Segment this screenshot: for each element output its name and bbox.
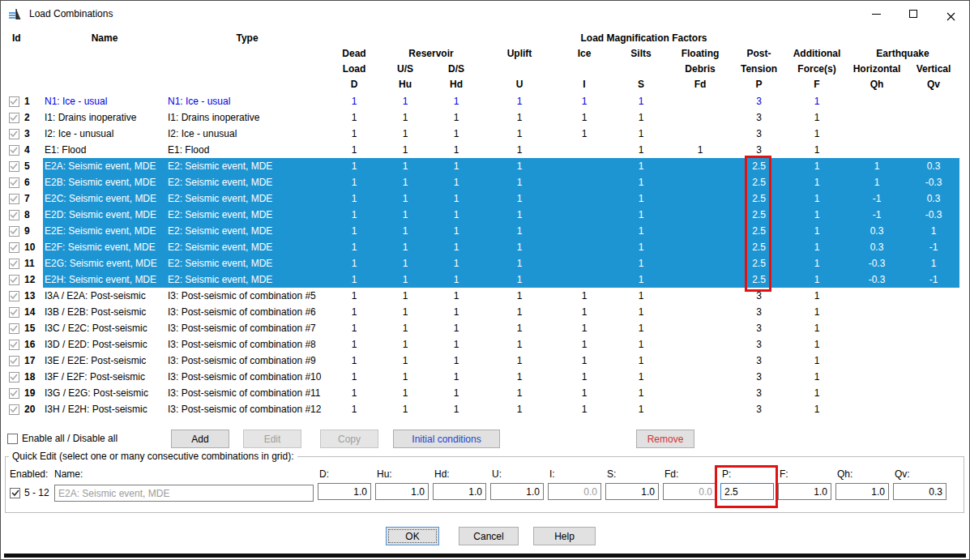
row-name[interactable]: I2: Ice - unusual — [43, 126, 166, 142]
row-name[interactable]: E2C: Seismic event, MDE — [43, 190, 166, 207]
row-cell-p[interactable]: 2.5 — [730, 190, 788, 207]
row-cell-f[interactable]: 1 — [788, 93, 846, 109]
row-cell-s[interactable]: 1 — [612, 271, 670, 288]
row-cell-hd[interactable]: 1 — [430, 385, 482, 401]
row-checkbox[interactable] — [6, 223, 22, 239]
row-cell-p[interactable]: 2.5 — [730, 223, 788, 239]
row-cell-u[interactable]: 1 — [482, 158, 557, 174]
row-cell-hd[interactable]: 1 — [430, 320, 482, 336]
row-cell-qv[interactable] — [908, 126, 959, 142]
table-row[interactable]: 18I3F / E2F: Post-seismicI3: Post-seismi… — [6, 369, 959, 385]
row-cell-hd[interactable]: 1 — [430, 353, 482, 369]
row-cell-u[interactable]: 1 — [482, 401, 557, 417]
row-cell-p[interactable]: 3 — [730, 288, 788, 304]
row-cell-hu[interactable]: 1 — [380, 126, 430, 142]
table-row[interactable]: 15I3C / E2C: Post-seismicI3: Post-seismi… — [6, 320, 959, 336]
field-input[interactable] — [318, 483, 371, 500]
row-cell-p[interactable]: 3 — [730, 336, 788, 353]
row-cell-i[interactable]: 1 — [557, 369, 612, 385]
row-cell-qv[interactable] — [908, 353, 959, 369]
row-cell-qh[interactable] — [846, 353, 908, 369]
row-cell-s[interactable]: 1 — [612, 353, 670, 369]
row-cell-d[interactable]: 1 — [328, 369, 380, 385]
row-type[interactable]: E2: Seismic event, MDE — [166, 207, 328, 223]
field-input[interactable] — [490, 483, 544, 500]
row-cell-qh[interactable] — [846, 304, 908, 320]
row-cell-hu[interactable]: 1 — [380, 336, 430, 353]
row-cell-qh[interactable]: -1 — [846, 190, 908, 207]
row-type[interactable]: E2: Seismic event, MDE — [166, 190, 328, 207]
row-checkbox[interactable] — [6, 288, 22, 304]
cancel-button[interactable]: Cancel — [459, 527, 519, 545]
row-cell-qv[interactable]: 0.3 — [908, 190, 959, 207]
row-cell-qv[interactable]: -0.3 — [908, 174, 959, 190]
row-cell-hu[interactable]: 1 — [380, 271, 430, 288]
row-cell-s[interactable]: 1 — [612, 190, 670, 207]
row-type[interactable]: I3: Post-seismic of combination #8 — [166, 336, 328, 353]
help-button[interactable]: Help — [533, 527, 596, 545]
row-cell-hu[interactable]: 1 — [380, 109, 430, 126]
row-cell-d[interactable]: 1 — [328, 401, 380, 417]
row-checkbox[interactable] — [6, 369, 22, 385]
row-cell-i[interactable]: 1 — [557, 353, 612, 369]
enable-all-checkbox[interactable]: Enable all / Disable all — [7, 433, 118, 444]
row-cell-f[interactable]: 1 — [788, 158, 846, 174]
row-cell-s[interactable]: 1 — [612, 207, 670, 223]
row-checkbox[interactable] — [6, 174, 22, 190]
row-cell-qh[interactable]: 1 — [846, 158, 908, 174]
row-name[interactable]: E2D: Seismic event, MDE — [43, 207, 166, 223]
row-cell-d[interactable]: 1 — [328, 174, 380, 190]
row-type[interactable]: E2: Seismic event, MDE — [166, 158, 328, 174]
row-checkbox[interactable] — [6, 158, 22, 174]
row-type[interactable]: I1: Drains inoperative — [166, 109, 328, 126]
row-name[interactable]: E2H: Seismic event, MDE — [43, 271, 166, 288]
row-checkbox[interactable] — [6, 239, 22, 255]
table-row[interactable]: 7E2C: Seismic event, MDEE2: Seismic even… — [6, 190, 959, 207]
row-cell-d[interactable]: 1 — [328, 93, 380, 109]
row-cell-qv[interactable] — [908, 93, 959, 109]
row-type[interactable]: I3: Post-seismic of combination #10 — [166, 369, 328, 385]
table-row[interactable]: 16I3D / E2D: Post-seismicI3: Post-seismi… — [6, 336, 959, 353]
row-cell-s[interactable]: 1 — [612, 336, 670, 353]
row-cell-d[interactable]: 1 — [328, 304, 380, 320]
row-cell-hu[interactable]: 1 — [380, 320, 430, 336]
row-cell-s[interactable]: 1 — [612, 385, 670, 401]
row-cell-hd[interactable]: 1 — [430, 223, 482, 239]
row-cell-fd[interactable] — [670, 336, 730, 353]
row-cell-fd[interactable] — [670, 255, 730, 271]
row-cell-hu[interactable]: 1 — [380, 288, 430, 304]
row-cell-f[interactable]: 1 — [788, 336, 846, 353]
table-row[interactable]: 5E2A: Seismic event, MDEE2: Seismic even… — [6, 158, 959, 174]
row-cell-hd[interactable]: 1 — [430, 207, 482, 223]
row-checkbox[interactable] — [6, 126, 22, 142]
table-row[interactable]: 19I3G / E2G: Post-seismicI3: Post-seismi… — [6, 385, 959, 401]
row-cell-hd[interactable]: 1 — [430, 336, 482, 353]
row-cell-i[interactable] — [557, 239, 612, 255]
row-cell-hu[interactable]: 1 — [380, 223, 430, 239]
minimize-button[interactable] — [857, 1, 895, 27]
row-cell-u[interactable]: 1 — [482, 353, 557, 369]
row-checkbox[interactable] — [6, 207, 22, 223]
row-cell-hd[interactable]: 1 — [430, 174, 482, 190]
row-cell-d[interactable]: 1 — [328, 109, 380, 126]
row-cell-qv[interactable] — [908, 401, 959, 417]
row-cell-qv[interactable] — [908, 369, 959, 385]
row-checkbox[interactable] — [6, 401, 22, 417]
row-cell-i[interactable]: 1 — [557, 336, 612, 353]
row-cell-p[interactable]: 3 — [730, 320, 788, 336]
row-cell-u[interactable]: 1 — [482, 126, 557, 142]
row-cell-hd[interactable]: 1 — [430, 255, 482, 271]
row-cell-hu[interactable]: 1 — [380, 239, 430, 255]
row-checkbox[interactable] — [6, 142, 22, 158]
row-name[interactable]: I3A / E2A: Post-seismic — [43, 288, 166, 304]
field-input[interactable] — [433, 483, 486, 500]
table-row[interactable]: 8E2D: Seismic event, MDEE2: Seismic even… — [6, 207, 959, 223]
row-cell-qh[interactable] — [846, 288, 908, 304]
table-row[interactable]: 20I3H / E2H: Post-seismicI3: Post-seismi… — [6, 401, 959, 417]
row-name[interactable]: E2E: Seismic event, MDE — [43, 223, 166, 239]
row-cell-fd[interactable] — [670, 109, 730, 126]
row-type[interactable]: I3: Post-seismic of combination #9 — [166, 353, 328, 369]
row-cell-qh[interactable]: 0.3 — [846, 239, 908, 255]
row-cell-qh[interactable]: -0.3 — [846, 255, 908, 271]
table-row[interactable]: 11E2G: Seismic event, MDEE2: Seismic eve… — [6, 255, 959, 271]
